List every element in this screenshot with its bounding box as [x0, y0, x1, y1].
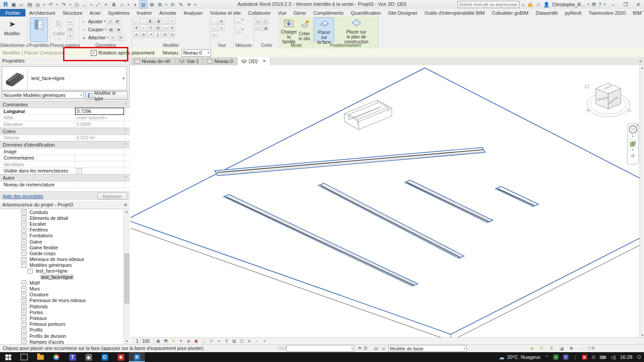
panel-label-modifier[interactable]: Modifier — [132, 43, 210, 48]
tab-pyrevit[interactable]: pyRevit — [561, 9, 585, 17]
tree-item-test-face-ligne-type[interactable]: test_face+ligne — [0, 274, 124, 280]
close-button[interactable]: ✕ — [633, 2, 643, 8]
tree-item-elements-detail[interactable]: +Eléments de détail — [0, 215, 124, 221]
split-gap-icon[interactable]: ∥ — [155, 31, 161, 38]
filter-icon[interactable]: ▽:0 — [588, 345, 594, 351]
cut-geometry-icon[interactable]: ◳ — [107, 18, 113, 25]
tree-item-plafonds[interactable]: +Plafonds — [0, 303, 124, 309]
project-browser-close-icon[interactable]: ✕ — [124, 202, 127, 207]
tree-item-garde-corps[interactable]: +Garde-corps — [0, 250, 124, 256]
view-extra-icon[interactable]: ◇ — [211, 31, 217, 38]
level-dropdown[interactable]: Niveau 0▾ — [182, 49, 211, 57]
antivirus-tray-icon[interactable]: ✓ — [553, 354, 559, 360]
modify-button[interactable]: ➤ Modifier — [1, 17, 23, 42]
chrome-icon[interactable] — [48, 352, 64, 362]
vcb-collapse-icon[interactable]: < — [262, 338, 268, 344]
wheel-dropdown-icon[interactable]: ▾ — [632, 135, 634, 138]
restore-button[interactable]: ❐ — [621, 2, 631, 8]
tree-item-panneaux[interactable]: +Panneaux de murs-rideaux — [0, 298, 124, 303]
array-icon[interactable]: ▤ — [155, 25, 161, 31]
align-icon[interactable]: ⌐ — [133, 18, 140, 24]
scrollbar-thumb[interactable] — [124, 253, 129, 303]
thin-lines-icon[interactable]: ▥ — [139, 0, 148, 8]
printer-tray-icon[interactable]: ⎙ — [592, 354, 595, 360]
teams-icon[interactable]: T — [64, 352, 80, 362]
zoom-icon[interactable] — [630, 141, 636, 147]
modify-extra2-icon[interactable]: ⊟ — [169, 31, 175, 38]
search-type-combo[interactable]: Nouvelle Modèles génériques▾ — [2, 91, 84, 99]
temporary-view-properties-icon[interactable]: ▧ — [231, 338, 237, 344]
revit-logo-icon[interactable]: R — [2, 1, 9, 8]
outlook-icon[interactable]: O — [97, 352, 113, 362]
design-options-combo[interactable]: Modèle de base▾ — [388, 345, 467, 352]
model-in-place-button[interactable]: Créerin situ — [297, 17, 312, 42]
tree-item-portes[interactable]: +Portes — [0, 309, 124, 315]
keynote-icon[interactable]: ⊫ — [169, 1, 177, 8]
cut-geometry-button[interactable]: Couper — [88, 27, 103, 32]
demolish-icon[interactable]: ▦ — [108, 26, 114, 33]
tree-item-murs[interactable]: +Murs — [0, 286, 124, 291]
search-input[interactable] — [458, 1, 519, 8]
tag-icon[interactable]: ⌖ — [102, 1, 110, 8]
3d-canvas[interactable]: N O HAUT ARRIÈRE GAUCHE — [131, 65, 640, 337]
user-icon[interactable]: 👤 — [543, 2, 550, 8]
switch-windows-dropdown-icon[interactable]: ▾ — [164, 1, 169, 8]
reveal-hidden-elements-icon[interactable]: ⚲ — [224, 338, 230, 344]
panel-label-vue[interactable]: Vue — [210, 43, 233, 48]
geom-extra2-icon[interactable]: ◉ — [115, 26, 122, 33]
measure-length-icon[interactable]: ↔ — [235, 18, 241, 24]
cut-icon[interactable]: ✂ — [67, 19, 73, 25]
teams-tray-icon[interactable]: T — [563, 354, 568, 360]
tab-architecture[interactable]: Architecture — [25, 9, 59, 17]
navigation-bar[interactable]: ⊗ ▾ ▾ ⊖ — [627, 123, 639, 164]
create-assembly-icon[interactable]: ▢ — [255, 25, 261, 31]
detail-level-icon[interactable]: ▦ — [155, 338, 161, 344]
wall-join-icon[interactable]: ⚒ — [118, 34, 124, 41]
action-center-icon[interactable]: 🗨 — [637, 355, 641, 360]
panel-label-positionnement[interactable]: Positionnement — [313, 43, 378, 48]
tab-systemes[interactable]: Systèmes — [104, 9, 133, 17]
volume-tray-icon[interactable]: ◁) — [610, 355, 615, 360]
panel-label-selectionner[interactable]: Sélectionner ▾ — [0, 43, 27, 48]
print-icon[interactable]: ⎙ — [73, 1, 80, 8]
tree-item-fondations[interactable]: +Fondations — [0, 233, 124, 239]
clock[interactable]: 16:28 — [620, 354, 632, 360]
rotate-icon[interactable]: ↺ — [148, 25, 154, 31]
tree-item-profils-division[interactable]: +Profils de division — [0, 333, 124, 339]
split-icon[interactable]: ÷ — [162, 18, 168, 24]
properties-help-link[interactable]: Aide des propriétés — [3, 194, 43, 199]
highlight-displacement-icon[interactable]: ⧈ — [246, 338, 253, 344]
tree-item-meneaux[interactable]: +Meneaux de murs-rideaux — [0, 257, 124, 262]
save-icon[interactable]: ▤ — [26, 1, 34, 8]
switch-windows-icon[interactable]: ⧉ — [156, 1, 164, 8]
paste-button[interactable]: ⎘ Coller▾ — [51, 17, 67, 42]
text-icon[interactable]: A — [110, 1, 118, 8]
view-tab-niveau0[interactable]: Niveau 0 — [203, 57, 237, 65]
pin-icon[interactable]: ⊕ — [169, 25, 175, 31]
project-browser-scrollbar[interactable]: ▲ ▼ — [123, 209, 130, 344]
mirror-axis-icon[interactable]: ◧ — [148, 18, 154, 24]
create-group-icon[interactable]: ◱ — [255, 18, 261, 24]
redo-icon[interactable]: ↷ — [60, 1, 68, 8]
help-icon[interactable]: ? — [598, 2, 601, 7]
match-properties-icon[interactable]: ✎ — [67, 33, 73, 39]
favorites-star-icon[interactable]: ☆ — [536, 2, 541, 8]
view-tab-3d[interactable]: {3D} ✕ — [237, 57, 271, 65]
select-links-icon[interactable]: ➤ — [529, 345, 535, 351]
tab-bim-track[interactable]: BIM Track® — [629, 9, 644, 17]
section-icon[interactable]: ◑ — [131, 1, 139, 8]
unlocked-view-icon[interactable]: ⚿ — [208, 338, 215, 344]
minimize-button[interactable]: – — [608, 2, 618, 7]
tree-item-gaine[interactable]: +Gaine — [0, 239, 124, 244]
trim-icon[interactable]: × — [169, 18, 175, 24]
tree-item-motif[interactable]: +Motif — [0, 280, 124, 286]
measure-icon[interactable]: ⌳ — [81, 1, 89, 8]
place-on-face-button[interactable]: Placer surla face — [314, 17, 334, 42]
scale-icon[interactable]: ▭ — [162, 25, 168, 31]
tree-item-fenetres[interactable]: +Fenêtres — [0, 227, 124, 233]
visible-checkbox[interactable]: ✓ — [76, 168, 82, 173]
edit-type-button[interactable]: Modifier le type — [85, 91, 128, 100]
redo-dropdown-icon[interactable]: ▾ — [68, 1, 72, 8]
aligned-dimension-icon[interactable]: ⤢ — [94, 1, 102, 8]
shadows-icon[interactable]: ☀ — [178, 338, 184, 344]
